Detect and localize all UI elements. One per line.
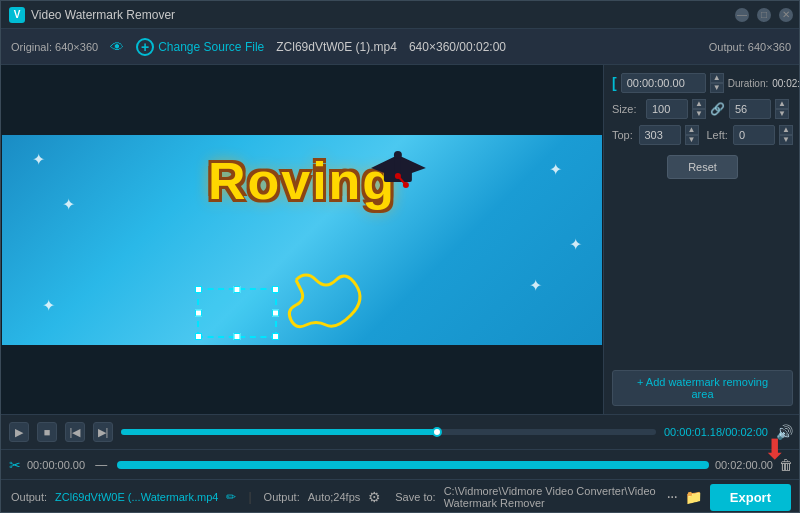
folder-icon[interactable]: 📁 bbox=[685, 489, 702, 505]
minimize-button[interactable]: — bbox=[735, 8, 749, 22]
clip-start: 00:00:00.00 bbox=[27, 459, 85, 471]
time-range-row: [ ▲ ▼ Duration: 00:02:00.00 ▲ ▼ ] bbox=[612, 73, 793, 93]
save-to-label: Save to: bbox=[395, 491, 435, 503]
settings-icon[interactable]: ⚙ bbox=[368, 489, 381, 505]
duration-label: Duration: bbox=[728, 78, 769, 89]
content-row: ✦ ✦ ✦ ✦ ✦ ✦ Roving bbox=[1, 65, 800, 414]
roving-text: Roving bbox=[208, 152, 396, 210]
time-display: 00:00:01.18/00:02:00 bbox=[664, 426, 768, 438]
next-frame-button[interactable]: ▶| bbox=[93, 422, 113, 442]
output-file: ZCl69dVtW0E (...Watermark.mp4 bbox=[55, 491, 218, 503]
timeline: ▶ ■ |◀ ▶| 00:00:01.18/00:02:00 🔊 bbox=[1, 414, 800, 449]
export-button[interactable]: Export bbox=[710, 484, 791, 511]
handle-top-right[interactable] bbox=[272, 286, 279, 293]
clip-separator: — bbox=[95, 458, 107, 472]
change-source-label: Change Source File bbox=[158, 40, 264, 54]
svg-point-3 bbox=[394, 151, 402, 159]
output-label: Output: bbox=[11, 491, 47, 503]
top-down[interactable]: ▼ bbox=[685, 135, 699, 145]
save-path: C:\Vidmore\Vidmore Video Converter\Video… bbox=[444, 485, 659, 509]
time-start-spinner: ▲ ▼ bbox=[710, 73, 724, 93]
plus-circle-icon: + bbox=[136, 38, 154, 56]
sparkle-2: ✦ bbox=[549, 160, 562, 179]
progress-thumb[interactable] bbox=[432, 427, 442, 437]
prev-frame-button[interactable]: |◀ bbox=[65, 422, 85, 442]
reset-button[interactable]: Reset bbox=[667, 155, 738, 179]
video-preview: ✦ ✦ ✦ ✦ ✦ ✦ Roving bbox=[2, 135, 602, 345]
sparkle-1: ✦ bbox=[32, 150, 45, 169]
left-down[interactable]: ▼ bbox=[779, 135, 793, 145]
clip-row: ✂ 00:00:00.00 — 00:02:00.00 🗑 bbox=[1, 449, 800, 479]
size-height-input[interactable] bbox=[729, 99, 771, 119]
watermark-selection-box[interactable] bbox=[197, 288, 277, 338]
size-width-input[interactable] bbox=[646, 99, 688, 119]
sparkle-4: ✦ bbox=[529, 276, 542, 295]
play-button[interactable]: ▶ bbox=[9, 422, 29, 442]
size-height-down[interactable]: ▼ bbox=[775, 109, 789, 119]
time-total: 00:02:00 bbox=[725, 426, 768, 438]
svg-point-6 bbox=[403, 182, 409, 188]
left-input[interactable] bbox=[733, 125, 775, 145]
eye-icon[interactable]: 👁 bbox=[110, 39, 124, 55]
size-width-spinner: ▲ ▼ bbox=[692, 99, 706, 119]
position-row: Top: ▲ ▼ Left: ▲ ▼ bbox=[612, 125, 793, 145]
sparkle-3: ✦ bbox=[62, 195, 75, 214]
time-start-down[interactable]: ▼ bbox=[710, 83, 724, 93]
edit-output-icon[interactable]: ✏ bbox=[226, 490, 236, 504]
handle-right[interactable] bbox=[272, 309, 279, 316]
video-preview-area: ✦ ✦ ✦ ✦ ✦ ✦ Roving bbox=[1, 65, 603, 414]
output-format-label: Output: bbox=[264, 491, 300, 503]
size-label: Size: bbox=[612, 103, 642, 115]
app-icon: V bbox=[9, 7, 25, 23]
stop-button[interactable]: ■ bbox=[37, 422, 57, 442]
separator-1: | bbox=[248, 490, 251, 504]
toolbar: Original: 640×360 👁 + Change Source File… bbox=[1, 29, 800, 65]
sparkle-6: ✦ bbox=[569, 235, 582, 254]
window-controls: — □ ✕ bbox=[735, 8, 793, 22]
clip-icon: ✂ bbox=[9, 457, 21, 473]
sparkle-5: ✦ bbox=[42, 296, 55, 315]
size-height-spinner: ▲ ▼ bbox=[775, 99, 789, 119]
progress-bar[interactable] bbox=[121, 429, 656, 435]
link-icon[interactable]: 🔗 bbox=[710, 102, 725, 116]
progress-fill bbox=[121, 429, 437, 435]
titlebar: V Video Watermark Remover — □ ✕ bbox=[1, 1, 800, 29]
close-button[interactable]: ✕ bbox=[779, 8, 793, 22]
handle-top[interactable] bbox=[234, 286, 241, 293]
more-options-button[interactable]: ··· bbox=[666, 488, 676, 506]
open-bracket: [ bbox=[612, 75, 617, 91]
size-width-down[interactable]: ▼ bbox=[692, 109, 706, 119]
file-name: ZCl69dVtW0E (1).mp4 bbox=[276, 40, 397, 54]
add-watermark-area-button[interactable]: + Add watermark removing area bbox=[612, 370, 793, 406]
bottom-bar: Output: ZCl69dVtW0E (...Watermark.mp4 ✏ … bbox=[1, 479, 800, 513]
clip-range-bar[interactable] bbox=[117, 461, 709, 469]
squiggle-decoration bbox=[266, 270, 386, 340]
time-current: 00:00:01.18 bbox=[664, 426, 722, 438]
output-format: Auto;24fps bbox=[308, 491, 361, 503]
top-spinner: ▲ ▼ bbox=[685, 125, 699, 145]
handle-left[interactable] bbox=[195, 309, 202, 316]
handle-bottom-right[interactable] bbox=[272, 333, 279, 340]
maximize-button[interactable]: □ bbox=[757, 8, 771, 22]
time-start-up[interactable]: ▲ bbox=[710, 73, 724, 83]
left-spinner: ▲ ▼ bbox=[779, 125, 793, 145]
handle-top-left[interactable] bbox=[195, 286, 202, 293]
output-resolution-label: Output: 640×360 bbox=[709, 41, 791, 53]
app-title: Video Watermark Remover bbox=[31, 8, 175, 22]
left-up[interactable]: ▲ bbox=[779, 125, 793, 135]
file-info: 640×360/00:02:00 bbox=[409, 40, 506, 54]
right-panel: [ ▲ ▼ Duration: 00:02:00.00 ▲ ▼ ] Size: bbox=[603, 65, 800, 414]
original-resolution-label: Original: 640×360 bbox=[11, 41, 98, 53]
top-up[interactable]: ▲ bbox=[685, 125, 699, 135]
change-source-button[interactable]: + Change Source File bbox=[136, 38, 264, 56]
top-label: Top: bbox=[612, 129, 635, 141]
grad-hat-icon bbox=[371, 150, 426, 190]
time-start-input[interactable] bbox=[621, 73, 706, 93]
duration-value: 00:02:00.00 bbox=[772, 78, 800, 89]
size-height-up[interactable]: ▲ bbox=[775, 99, 789, 109]
handle-bottom-left[interactable] bbox=[195, 333, 202, 340]
size-width-up[interactable]: ▲ bbox=[692, 99, 706, 109]
size-row: Size: ▲ ▼ 🔗 ▲ ▼ bbox=[612, 99, 793, 119]
handle-bottom[interactable] bbox=[234, 333, 241, 340]
top-input[interactable] bbox=[639, 125, 681, 145]
